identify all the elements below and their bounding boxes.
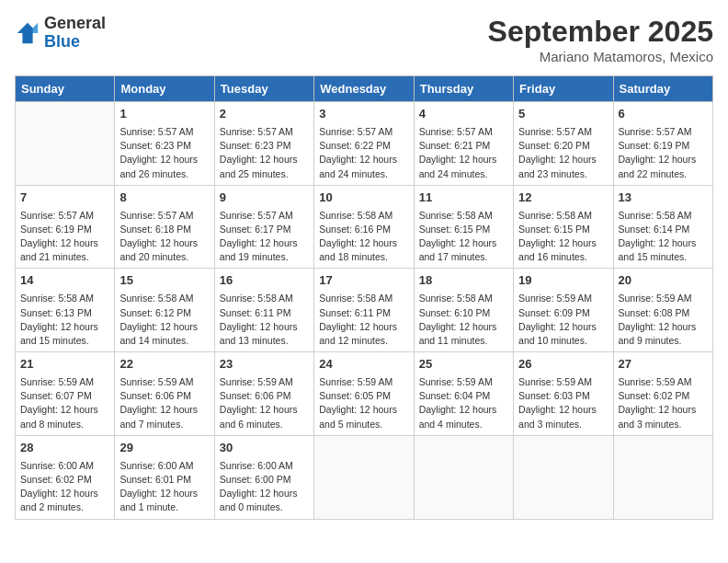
calendar-day: 13Sunrise: 5:58 AM Sunset: 6:14 PM Dayli… [613,185,712,269]
day-info: Sunrise: 5:57 AM Sunset: 6:19 PM Dayligh… [20,209,109,265]
calendar-day: 29Sunrise: 6:00 AM Sunset: 6:01 PM Dayli… [115,435,214,519]
col-header-tuesday: Tuesday [214,76,313,102]
svg-marker-1 [33,23,39,33]
calendar-day [613,435,712,519]
day-info: Sunrise: 5:57 AM Sunset: 6:21 PM Dayligh… [419,125,508,181]
day-number: 18 [419,272,508,290]
day-info: Sunrise: 5:57 AM Sunset: 6:19 PM Dayligh… [619,125,708,181]
calendar-day: 20Sunrise: 5:59 AM Sunset: 6:08 PM Dayli… [613,269,712,352]
day-info: Sunrise: 5:58 AM Sunset: 6:11 PM Dayligh… [220,292,309,348]
day-info: Sunrise: 5:57 AM Sunset: 6:23 PM Dayligh… [119,125,209,181]
day-number: 26 [518,356,608,373]
calendar-day: 3Sunrise: 5:57 AM Sunset: 6:22 PM Daylig… [314,102,414,186]
day-number: 16 [220,272,309,290]
day-info: Sunrise: 5:59 AM Sunset: 6:07 PM Dayligh… [20,375,109,431]
calendar-day: 30Sunrise: 6:00 AM Sunset: 6:00 PM Dayli… [214,435,313,519]
calendar-day: 21Sunrise: 5:59 AM Sunset: 6:07 PM Dayli… [16,352,115,436]
day-number: 13 [619,190,708,207]
calendar-day: 1Sunrise: 5:57 AM Sunset: 6:23 PM Daylig… [115,102,214,186]
calendar-day: 10Sunrise: 5:58 AM Sunset: 6:16 PM Dayli… [314,185,414,269]
day-number: 22 [119,356,209,373]
calendar-day: 22Sunrise: 5:59 AM Sunset: 6:06 PM Dayli… [115,352,214,436]
calendar-week-3: 14Sunrise: 5:58 AM Sunset: 6:13 PM Dayli… [16,269,713,352]
title-block: September 2025 Mariano Matamoros, Mexico [488,15,713,64]
calendar-week-2: 7Sunrise: 5:57 AM Sunset: 6:19 PM Daylig… [16,185,713,269]
day-info: Sunrise: 5:58 AM Sunset: 6:14 PM Dayligh… [619,209,708,265]
day-info: Sunrise: 6:00 AM Sunset: 6:01 PM Dayligh… [119,459,209,515]
logo-line2: Blue [44,33,106,52]
calendar-day: 27Sunrise: 5:59 AM Sunset: 6:02 PM Dayli… [613,352,712,436]
calendar-day [414,435,513,519]
col-header-sunday: Sunday [16,76,115,102]
calendar-day: 15Sunrise: 5:58 AM Sunset: 6:12 PM Dayli… [115,269,214,352]
day-info: Sunrise: 5:57 AM Sunset: 6:18 PM Dayligh… [119,209,209,265]
calendar-day [16,102,115,186]
day-info: Sunrise: 5:59 AM Sunset: 6:08 PM Dayligh… [619,292,708,348]
day-number: 17 [319,272,408,290]
location-subtitle: Mariano Matamoros, Mexico [488,49,713,64]
col-header-saturday: Saturday [613,76,712,102]
col-header-thursday: Thursday [414,76,513,102]
day-number: 29 [119,440,209,457]
day-info: Sunrise: 5:59 AM Sunset: 6:09 PM Dayligh… [518,292,608,348]
day-number: 12 [518,190,608,207]
calendar-day: 12Sunrise: 5:58 AM Sunset: 6:15 PM Dayli… [514,185,613,269]
calendar-day: 11Sunrise: 5:58 AM Sunset: 6:15 PM Dayli… [414,185,513,269]
day-number: 28 [20,440,109,457]
calendar-day: 26Sunrise: 5:59 AM Sunset: 6:03 PM Dayli… [514,352,613,436]
day-info: Sunrise: 5:58 AM Sunset: 6:15 PM Dayligh… [419,209,508,265]
day-info: Sunrise: 5:59 AM Sunset: 6:05 PM Dayligh… [319,375,408,431]
calendar-header-row: SundayMondayTuesdayWednesdayThursdayFrid… [16,76,713,102]
calendar-day: 5Sunrise: 5:57 AM Sunset: 6:20 PM Daylig… [514,102,613,186]
calendar-week-5: 28Sunrise: 6:00 AM Sunset: 6:02 PM Dayli… [16,435,713,519]
logo: General Blue [15,15,106,52]
day-number: 9 [220,190,309,207]
day-number: 11 [419,190,508,207]
day-number: 10 [319,190,408,207]
logo-icon [15,20,40,46]
day-number: 24 [319,356,408,373]
day-info: Sunrise: 5:58 AM Sunset: 6:12 PM Dayligh… [119,292,209,348]
month-title: September 2025 [488,15,713,49]
day-number: 19 [518,272,608,290]
day-info: Sunrise: 5:59 AM Sunset: 6:04 PM Dayligh… [419,375,508,431]
day-info: Sunrise: 5:58 AM Sunset: 6:16 PM Dayligh… [319,209,408,265]
day-number: 20 [619,272,708,290]
day-number: 14 [20,272,109,290]
calendar-day [514,435,613,519]
day-info: Sunrise: 5:57 AM Sunset: 6:17 PM Dayligh… [220,209,309,265]
day-info: Sunrise: 5:58 AM Sunset: 6:11 PM Dayligh… [319,292,408,348]
calendar-day: 17Sunrise: 5:58 AM Sunset: 6:11 PM Dayli… [314,269,414,352]
day-number: 3 [319,106,408,123]
logo-line1: General [44,15,106,33]
day-number: 2 [220,106,309,123]
day-info: Sunrise: 5:58 AM Sunset: 6:13 PM Dayligh… [20,292,109,348]
day-info: Sunrise: 6:00 AM Sunset: 6:00 PM Dayligh… [220,459,309,515]
day-info: Sunrise: 5:59 AM Sunset: 6:03 PM Dayligh… [518,375,608,431]
col-header-wednesday: Wednesday [314,76,414,102]
calendar-week-1: 1Sunrise: 5:57 AM Sunset: 6:23 PM Daylig… [16,102,713,186]
calendar-day: 8Sunrise: 5:57 AM Sunset: 6:18 PM Daylig… [115,185,214,269]
day-info: Sunrise: 5:57 AM Sunset: 6:23 PM Dayligh… [220,125,309,181]
col-header-monday: Monday [115,76,214,102]
day-number: 8 [119,190,209,207]
day-info: Sunrise: 5:58 AM Sunset: 6:15 PM Dayligh… [518,209,608,265]
calendar-day: 14Sunrise: 5:58 AM Sunset: 6:13 PM Dayli… [16,269,115,352]
calendar-day: 19Sunrise: 5:59 AM Sunset: 6:09 PM Dayli… [514,269,613,352]
day-info: Sunrise: 5:57 AM Sunset: 6:22 PM Dayligh… [319,125,408,181]
calendar-day: 7Sunrise: 5:57 AM Sunset: 6:19 PM Daylig… [16,185,115,269]
day-info: Sunrise: 5:59 AM Sunset: 6:06 PM Dayligh… [220,375,309,431]
calendar-day: 28Sunrise: 6:00 AM Sunset: 6:02 PM Dayli… [16,435,115,519]
day-number: 25 [419,356,508,373]
day-number: 21 [20,356,109,373]
day-number: 30 [220,440,309,457]
calendar-day: 4Sunrise: 5:57 AM Sunset: 6:21 PM Daylig… [414,102,513,186]
calendar-day: 6Sunrise: 5:57 AM Sunset: 6:19 PM Daylig… [613,102,712,186]
calendar-day: 23Sunrise: 5:59 AM Sunset: 6:06 PM Dayli… [214,352,313,436]
calendar-day: 16Sunrise: 5:58 AM Sunset: 6:11 PM Dayli… [214,269,313,352]
calendar-day: 2Sunrise: 5:57 AM Sunset: 6:23 PM Daylig… [214,102,313,186]
col-header-friday: Friday [514,76,613,102]
calendar-day: 18Sunrise: 5:58 AM Sunset: 6:10 PM Dayli… [414,269,513,352]
calendar-day: 24Sunrise: 5:59 AM Sunset: 6:05 PM Dayli… [314,352,414,436]
day-info: Sunrise: 5:58 AM Sunset: 6:10 PM Dayligh… [419,292,508,348]
